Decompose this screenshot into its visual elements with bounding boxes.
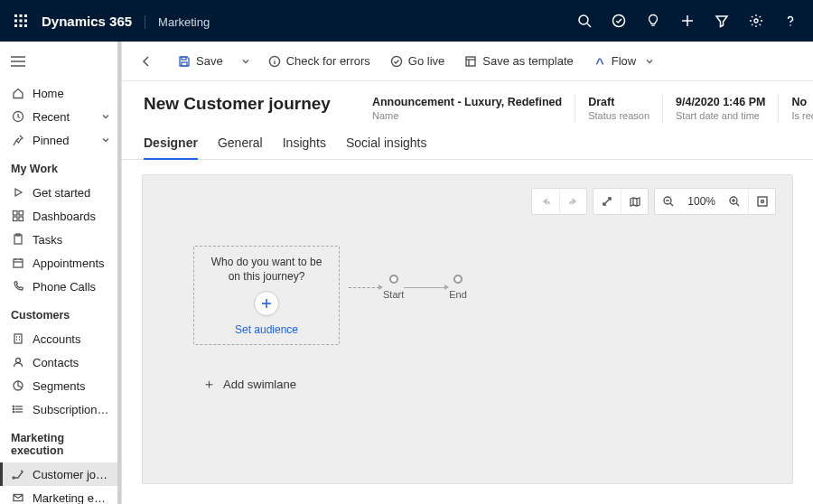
dashboard-icon bbox=[11, 210, 25, 222]
svg-point-41 bbox=[13, 406, 14, 406]
mail-icon bbox=[11, 491, 25, 504]
nav-subscription-lists[interactable]: Subscription lists bbox=[0, 397, 121, 421]
nav-label: Segments bbox=[33, 379, 112, 393]
section-marketing-execution: Marketing execution bbox=[0, 421, 121, 462]
meta-status[interactable]: DraftStatus reason bbox=[575, 94, 662, 123]
tab-social-insights[interactable]: Social insights bbox=[346, 135, 427, 159]
chevron-down-icon bbox=[99, 112, 112, 121]
meta-recurring[interactable]: NoIs recurring bbox=[778, 94, 813, 123]
go-live-button[interactable]: Go live bbox=[383, 48, 452, 75]
nav-contacts[interactable]: Contacts bbox=[0, 350, 121, 374]
record-tabs: Designer General Insights Social insight… bbox=[122, 123, 813, 160]
page-title: New Customer journey bbox=[144, 94, 331, 114]
save-as-template-button[interactable]: Save as template bbox=[457, 48, 580, 75]
save-button[interactable]: Save bbox=[171, 48, 230, 75]
check-errors-button[interactable]: Check for errors bbox=[261, 48, 378, 75]
nav-marketing-emails[interactable]: Marketing emails bbox=[0, 486, 121, 504]
sidebar-toggle[interactable] bbox=[0, 42, 121, 81]
cmd-label: Flow bbox=[612, 54, 636, 68]
global-actions bbox=[571, 7, 804, 34]
filter-icon[interactable] bbox=[708, 7, 735, 34]
svg-point-9 bbox=[579, 15, 588, 24]
svg-rect-21 bbox=[14, 211, 18, 216]
settings-icon[interactable] bbox=[743, 7, 770, 34]
play-icon bbox=[11, 186, 25, 199]
nav-label: Get started bbox=[33, 186, 112, 200]
undo-button[interactable] bbox=[532, 189, 559, 214]
meta-name[interactable]: Announcement - Luxury, RedefinedName bbox=[360, 94, 575, 123]
add-audience-button[interactable] bbox=[254, 291, 279, 316]
set-audience-link[interactable]: Set audience bbox=[235, 323, 298, 336]
clipboard-icon bbox=[11, 233, 25, 246]
cmd-label: Save bbox=[196, 54, 223, 68]
fit-button[interactable] bbox=[748, 189, 775, 214]
nav-customer-journeys[interactable]: Customer journeys bbox=[0, 462, 121, 486]
nav-get-started[interactable]: Get started bbox=[0, 181, 121, 204]
nav-segments[interactable]: Segments bbox=[0, 374, 121, 397]
cmd-label: Go live bbox=[408, 54, 444, 68]
phone-icon bbox=[11, 280, 25, 293]
list-icon bbox=[11, 403, 25, 415]
task-icon[interactable] bbox=[605, 7, 632, 34]
svg-rect-49 bbox=[182, 57, 186, 60]
add-icon[interactable] bbox=[674, 7, 701, 34]
flow-button[interactable]: Flow bbox=[586, 48, 661, 75]
nav-recent[interactable]: Recent bbox=[0, 105, 121, 128]
journey-icon bbox=[11, 468, 25, 481]
svg-rect-8 bbox=[24, 24, 27, 27]
nav-appointments[interactable]: Appointments bbox=[0, 251, 121, 275]
zoom-out-button[interactable] bbox=[655, 189, 682, 214]
sidebar-scrollbar[interactable] bbox=[117, 42, 121, 504]
svg-rect-6 bbox=[14, 24, 17, 27]
chevron-down-icon bbox=[645, 57, 654, 66]
waffle-icon bbox=[14, 14, 27, 27]
nav-accounts[interactable]: Accounts bbox=[0, 327, 121, 350]
end-node[interactable]: End bbox=[449, 275, 467, 300]
header-meta: Announcement - Luxury, RedefinedName Dra… bbox=[360, 94, 813, 123]
nav-label: Marketing emails bbox=[33, 491, 112, 505]
nav-home[interactable]: Home bbox=[0, 81, 121, 105]
designer-canvas[interactable]: 100% Who do you want to be on this journ… bbox=[142, 174, 793, 484]
svg-point-36 bbox=[16, 359, 21, 363]
back-button[interactable] bbox=[131, 48, 162, 75]
tab-designer[interactable]: Designer bbox=[144, 135, 198, 159]
nav-pinned[interactable]: Pinned bbox=[0, 128, 121, 152]
home-icon bbox=[11, 87, 25, 99]
svg-rect-3 bbox=[14, 20, 17, 23]
tab-general[interactable]: General bbox=[218, 135, 263, 159]
pin-icon bbox=[11, 134, 25, 146]
help-icon[interactable] bbox=[777, 7, 804, 34]
svg-rect-0 bbox=[14, 14, 17, 17]
sidebar-nav: Home Recent Pinned My Work Get started D… bbox=[0, 81, 121, 504]
product-name: Dynamics 365 bbox=[42, 14, 132, 29]
app-launcher[interactable] bbox=[9, 14, 33, 27]
svg-point-68 bbox=[761, 201, 763, 203]
app-name[interactable]: Marketing bbox=[145, 15, 210, 29]
nav-label: Home bbox=[33, 87, 112, 100]
zoom-level: 100% bbox=[682, 189, 721, 214]
svg-point-43 bbox=[13, 411, 14, 412]
tab-insights[interactable]: Insights bbox=[283, 135, 326, 159]
nav-label: Tasks bbox=[33, 233, 112, 247]
svg-point-54 bbox=[391, 56, 401, 66]
main: Save Check for errors Go live Save as te… bbox=[122, 42, 813, 504]
nav-label: Accounts bbox=[33, 332, 112, 346]
nav-dashboards[interactable]: Dashboards bbox=[0, 204, 121, 228]
svg-point-11 bbox=[613, 15, 625, 27]
search-icon[interactable] bbox=[571, 7, 598, 34]
svg-rect-1 bbox=[20, 14, 23, 17]
save-split[interactable] bbox=[236, 48, 256, 75]
minimap-button[interactable] bbox=[621, 189, 648, 214]
fullscreen-button[interactable] bbox=[593, 189, 621, 214]
meta-start[interactable]: 9/4/2020 1:46 PMStart date and time bbox=[662, 94, 778, 123]
nav-phone-calls[interactable]: Phone Calls bbox=[0, 275, 121, 298]
svg-line-64 bbox=[736, 203, 739, 206]
nav-tasks[interactable]: Tasks bbox=[0, 228, 121, 251]
nav-label: Pinned bbox=[33, 134, 92, 147]
zoom-in-button[interactable] bbox=[721, 189, 748, 214]
svg-rect-50 bbox=[182, 62, 187, 66]
add-swimlane-button[interactable]: ＋ Add swimlane bbox=[202, 376, 296, 393]
start-node[interactable]: Start bbox=[383, 275, 404, 300]
redo-button[interactable] bbox=[559, 189, 586, 214]
lightbulb-icon[interactable] bbox=[640, 7, 667, 34]
